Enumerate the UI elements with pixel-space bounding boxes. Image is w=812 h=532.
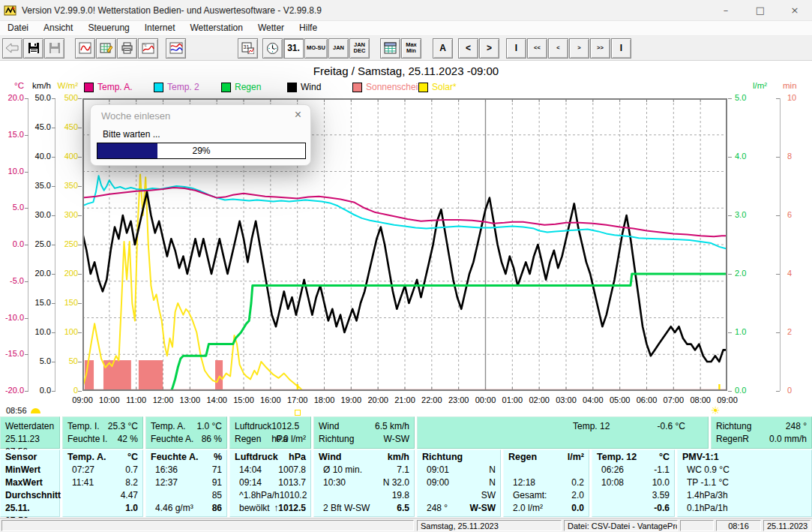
curve-view-button[interactable] — [75, 38, 95, 59]
legend-label: Sonnenschein — [366, 82, 423, 92]
axis-tick-mark — [78, 391, 82, 392]
menu-item-hilfe[interactable]: Hilfe — [292, 21, 325, 35]
current-cell-line: Luftdruck1012.5 hPa — [235, 420, 306, 433]
next-button[interactable]: > — [479, 38, 499, 59]
prev-button[interactable]: < — [458, 38, 478, 59]
toolbar: °c3131.MO-SUJANJANDECMaxMinA<>I<<<>>>I — [0, 36, 812, 61]
stats-cell: 85 — [146, 489, 226, 502]
axis-tick-label: 0.0 — [21, 386, 51, 395]
current-label: Richtung — [716, 420, 751, 433]
day-button[interactable]: 31. — [283, 38, 304, 59]
axis-tick-mark — [25, 135, 28, 136]
stats-cell: 12:180.2 — [504, 476, 589, 489]
table-edit-button[interactable] — [96, 38, 116, 59]
save-disabled-button[interactable] — [44, 38, 64, 59]
current-value: W-SW — [384, 433, 409, 446]
range-start-button[interactable]: I — [506, 38, 526, 59]
day-statistic-button[interactable]: 31 — [238, 38, 258, 59]
statistics-table: SensorMinWertMaxWertDurchschnitt25.11. 0… — [0, 449, 812, 517]
current-cell-line: Temp. I.25.3 °C — [67, 420, 138, 433]
multi-curve-button[interactable] — [166, 38, 186, 59]
menu-item-internet[interactable]: Internet — [137, 21, 183, 35]
clock-button[interactable] — [262, 38, 283, 59]
progress-dialog: Woche einlesen × Bitte warten ... 29% — [90, 104, 311, 166]
current-value: 25.3 °C — [108, 420, 138, 433]
auto-button[interactable]: A — [433, 38, 453, 59]
dialog-close-icon[interactable]: × — [295, 108, 301, 122]
stats-header-unit: % — [214, 450, 222, 464]
legend-swatch-icon — [287, 83, 297, 92]
axis-tick-label: 25.0 — [21, 239, 51, 249]
next-day-button[interactable]: > — [569, 38, 589, 59]
back-button[interactable] — [2, 38, 22, 59]
axis-tick-label: 10.0 — [0, 167, 24, 176]
stats-cell-value: -1.1 — [654, 464, 670, 476]
stats-cell-time: 10:08 — [601, 476, 624, 489]
maxmin-button[interactable]: MaxMin — [401, 38, 421, 59]
stats-cell-value: N — [489, 464, 496, 476]
stats-header-name: Wind — [319, 450, 341, 464]
current-label: Feuchte A. — [151, 433, 193, 446]
maximize-button[interactable]: □ — [743, 0, 778, 20]
stats-cell-value: 3.59 — [652, 489, 670, 502]
minimize-button[interactable]: – — [709, 0, 743, 20]
current-label: Temp. I. — [67, 420, 100, 433]
stats-col-header: Regenl/m² — [504, 450, 589, 464]
current-value: 6.5 km/h — [375, 420, 409, 433]
menu-item-wetter[interactable]: Wetter — [250, 21, 292, 35]
menu-item-datei[interactable]: Datei — [0, 21, 36, 35]
statusbar-panel-3 — [680, 520, 714, 531]
axis-tick-label: 0 — [787, 386, 792, 395]
stats-cell: 10:0810.0 — [592, 476, 674, 489]
first-day-button[interactable]: << — [527, 38, 547, 59]
stats-cell-time: 09:00 — [427, 476, 449, 489]
range-end-button[interactable]: I — [611, 38, 631, 59]
axis-tick-mark — [728, 215, 732, 216]
axis-tick-mark — [78, 362, 82, 362]
legend-item-4: Sonnenschein — [352, 82, 423, 92]
stats-cell: 09:01N — [418, 464, 500, 476]
axis-tick-mark — [78, 215, 82, 216]
stats-header-unit: km/h — [388, 450, 409, 464]
week-button[interactable]: MO-SU — [304, 38, 328, 59]
axis-tick-label: 10 — [787, 93, 796, 103]
menu-item-wetterstation[interactable]: Wetterstation — [182, 21, 250, 35]
temp-curve-button[interactable]: °c — [138, 38, 158, 59]
current-cell-line: Richtung248 ° — [716, 420, 807, 433]
axis-tick-mark — [78, 98, 82, 99]
current-cell-5: Temp. 12-0.6 °C — [417, 416, 709, 449]
table-view-button[interactable] — [380, 38, 400, 59]
stats-cell-time: WC 0.9 °C — [687, 464, 730, 476]
axis-tick-mark — [25, 318, 28, 319]
stats-header-unit: °C — [659, 450, 670, 464]
menu-item-steuerung[interactable]: Steuerung — [80, 21, 136, 35]
stats-cell-value: 6.5 — [397, 502, 409, 515]
save-button[interactable] — [23, 38, 43, 59]
stats-cell-value: 2.0 — [571, 489, 584, 502]
axis-tick-label: 6 — [787, 210, 792, 220]
close-button[interactable]: × — [778, 0, 812, 20]
axis-tick-mark — [25, 172, 28, 173]
red-curve-icon — [79, 42, 91, 54]
stats-cell: 2 Bft W-SW6.5 — [314, 502, 414, 515]
prev-day-button[interactable]: < — [548, 38, 568, 59]
legend-label: Wind — [301, 82, 321, 92]
statusbar-panel-4: 08:16 — [716, 520, 761, 531]
month-button[interactable]: JAN — [328, 38, 349, 59]
stats-cell: 06:26-1.1 — [592, 464, 674, 476]
legend-item-5: Solar* — [418, 82, 457, 92]
legend-label: Regen — [235, 82, 261, 92]
current-cell-3: Luftdruck1012.5 hPaRegen0.0 l/m² — [229, 416, 311, 449]
axis-tick-label: 45.0 — [21, 122, 51, 132]
year-button[interactable]: JANDEC — [349, 38, 370, 59]
current-cell-1: Temp. I.25.3 °CFeuchte I.42 % — [62, 416, 143, 449]
statusbar-panel-0 — [1, 520, 414, 531]
print-button[interactable] — [117, 38, 137, 59]
axis-tick-mark — [776, 274, 780, 275]
stats-cell-time: 248 ° — [427, 502, 448, 515]
last-day-button[interactable]: >> — [590, 38, 610, 59]
stats-cell: 10:30N 32.0 — [314, 476, 414, 489]
menu-item-ansicht[interactable]: Ansicht — [36, 21, 80, 35]
svg-text:°c: °c — [143, 43, 147, 47]
stats-cell: 1.4hPa/3h — [678, 489, 811, 502]
